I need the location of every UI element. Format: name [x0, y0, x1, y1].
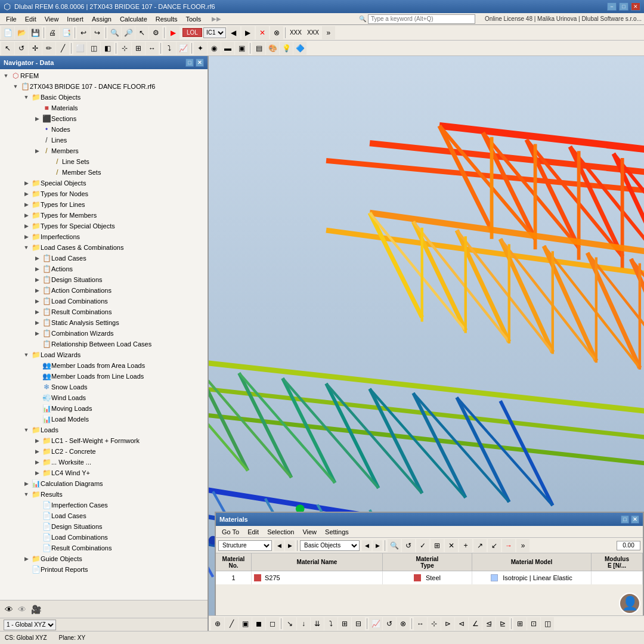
tb2-cursor[interactable]: ↖	[1, 42, 14, 55]
expand-static[interactable]: ▶	[32, 317, 42, 328]
tree-guide-objects[interactable]: ▶ 📁 Guide Objects	[0, 553, 208, 564]
expand-moving[interactable]	[32, 403, 42, 414]
tb2-view3[interactable]: ◧	[101, 42, 114, 55]
btb-result3[interactable]: ⊗	[397, 617, 410, 630]
expand-cwiz[interactable]: ▶	[32, 328, 42, 339]
btb-line[interactable]: ╱	[225, 617, 238, 630]
mat-filter[interactable]: 🔍	[388, 539, 401, 552]
expand-rcomb[interactable]: ▶	[32, 306, 42, 317]
tb2-section[interactable]: ✦	[194, 42, 207, 55]
btb-load6[interactable]: ⊟	[352, 617, 365, 630]
tree-snow[interactable]: ❄ Snow Loads	[0, 382, 208, 392]
tb-pdf[interactable]: 📑	[60, 26, 73, 39]
tree-lc4[interactable]: ▶ 📁 LC4 Wind Y+	[0, 467, 208, 478]
expand-tmembers[interactable]: ▶	[21, 210, 31, 221]
menu-assign[interactable]: Assign	[88, 15, 115, 23]
tb2-line[interactable]: ╱	[56, 42, 69, 55]
mat-export[interactable]: ↗	[473, 539, 487, 552]
btb-solid[interactable]: ◼	[252, 617, 265, 630]
tree-load-comb-item[interactable]: ▶ 📋 Load Combinations	[0, 296, 208, 306]
tree-members[interactable]: ▶ / Members	[0, 145, 208, 156]
expand-mline[interactable]	[32, 371, 42, 382]
mat-nav-prev[interactable]: ◀	[274, 540, 284, 551]
mat-structure-select[interactable]: Structure	[218, 540, 272, 551]
tree-res-result-comb[interactable]: 📄 Result Combinations	[0, 543, 208, 553]
expand-dsit[interactable]: ▶	[32, 274, 42, 285]
tree-basic-objects[interactable]: ▼ 📁 Basic Objects	[0, 92, 208, 103]
expand-lmodels[interactable]	[32, 414, 42, 425]
btb-dim3[interactable]: ⊳	[441, 617, 454, 630]
tree-imperfections[interactable]: ▶ 📁 Imperfections	[0, 231, 208, 242]
mat-nav-next[interactable]: ▶	[285, 540, 295, 551]
mat-menu-settings[interactable]: Settings	[321, 528, 352, 536]
tree-materials[interactable]: ■ Materials	[0, 103, 208, 113]
expand-rlcomb[interactable]	[32, 532, 42, 543]
tree-lines[interactable]: / Lines	[0, 135, 208, 145]
btb-dim5[interactable]: ∠	[469, 617, 482, 630]
nav-close-btn[interactable]: ✕	[196, 58, 204, 67]
tree-imperf-cases[interactable]: 📄 Imperfection Cases	[0, 500, 208, 510]
expand-lc4[interactable]: ▶	[32, 467, 42, 478]
tree-comb-wizard[interactable]: ▶ 📋 Combination Wizards	[0, 328, 208, 339]
expand-tnodes[interactable]: ▶	[21, 188, 31, 199]
tb-print[interactable]: 🖨	[46, 26, 59, 39]
tree-result-comb[interactable]: ▶ 📋 Result Combinations	[0, 306, 208, 317]
expand-loadcomb[interactable]: ▼	[21, 242, 31, 253]
tree-load-wizards[interactable]: ▼ 📁 Load Wizards	[0, 349, 208, 360]
tb2-dim[interactable]: ↔	[145, 42, 159, 55]
tree-calc-diag[interactable]: ▶ 📊 Calculation Diagrams	[0, 478, 208, 489]
expand-rrcomb[interactable]	[32, 543, 42, 553]
btb-dim6[interactable]: ⊴	[482, 617, 496, 630]
mat-arrow-right[interactable]: →	[502, 539, 515, 552]
tb2-panel[interactable]: ▤	[252, 42, 265, 55]
btb-dim4[interactable]: ⊲	[455, 617, 468, 630]
tb-zoom-in[interactable]: 🔍	[108, 26, 121, 39]
menu-edit[interactable]: Edit	[21, 15, 40, 23]
mat-import[interactable]: ↙	[488, 539, 501, 552]
btb-node[interactable]: ⊕	[211, 617, 224, 630]
tree-moving[interactable]: 📊 Moving Loads	[0, 403, 208, 414]
mat-menu-selection[interactable]: Selection	[264, 528, 298, 536]
tb-open[interactable]: 📂	[15, 26, 28, 39]
tree-types-members[interactable]: ▶ 📁 Types for Members	[0, 210, 208, 221]
tb-stop[interactable]: ✕	[256, 26, 269, 39]
expand-wind[interactable]	[32, 392, 42, 403]
tree-res-load-comb[interactable]: 📄 Load Combinations	[0, 532, 208, 543]
expand-rdsit[interactable]	[32, 521, 42, 532]
menu-view[interactable]: View	[41, 15, 63, 23]
btb-dim1[interactable]: ↔	[414, 617, 427, 630]
tb2-view2[interactable]: ◫	[87, 42, 100, 55]
mat-close-btn[interactable]: ✕	[631, 515, 639, 524]
tree-rel-load-cases[interactable]: 📋 Relationship Between Load Cases	[0, 339, 208, 349]
tree-line-sets[interactable]: / Line Sets	[0, 156, 208, 167]
tb2-member[interactable]: ▬	[221, 42, 234, 55]
tree-expand-project[interactable]: ▼	[11, 81, 20, 92]
tb2-grid[interactable]: ⊞	[132, 42, 145, 55]
tb-next-lc[interactable]: ▶	[242, 26, 255, 39]
search-input[interactable]	[368, 14, 475, 24]
tree-load-models[interactable]: 📊 Load Models	[0, 414, 208, 425]
tree-rfem-root[interactable]: ▼ ⬡ RFEM	[0, 70, 208, 81]
btb-dim2[interactable]: ⊹	[428, 617, 441, 630]
mat-add[interactable]: +	[459, 539, 472, 552]
expand-members[interactable]: ▶	[32, 145, 42, 156]
tree-printout[interactable]: 📄 Printout Reports	[0, 564, 208, 575]
expand-lcomb[interactable]: ▶	[32, 296, 42, 306]
expand-linesets[interactable]	[43, 156, 52, 167]
btb-snap1[interactable]: ⊞	[513, 617, 527, 630]
expand-loads[interactable]: ▼	[21, 425, 31, 435]
tb2-move[interactable]: ✢	[29, 42, 42, 55]
expand-marea[interactable]	[32, 360, 42, 371]
btb-snap3[interactable]: ◫	[541, 617, 554, 630]
mat-delete[interactable]: ✕	[445, 539, 458, 552]
tree-types-lines[interactable]: ▶ 📁 Types for Lines	[0, 199, 208, 210]
tb-prev-lc[interactable]: ◀	[227, 26, 240, 39]
expand-lcases[interactable]: ▶	[32, 253, 42, 264]
btb-load3[interactable]: ⇊	[311, 617, 324, 630]
btb-load4[interactable]: ⤵	[324, 617, 338, 630]
expand-lc3[interactable]: ▶	[32, 457, 42, 467]
btb-result2[interactable]: ↺	[383, 617, 396, 630]
tree-sections[interactable]: ▶ ⬛ Sections	[0, 113, 208, 124]
expand-acomb[interactable]: ▶	[32, 285, 42, 296]
tree-member-area[interactable]: 👥 Member Loads from Area Loads	[0, 360, 208, 371]
